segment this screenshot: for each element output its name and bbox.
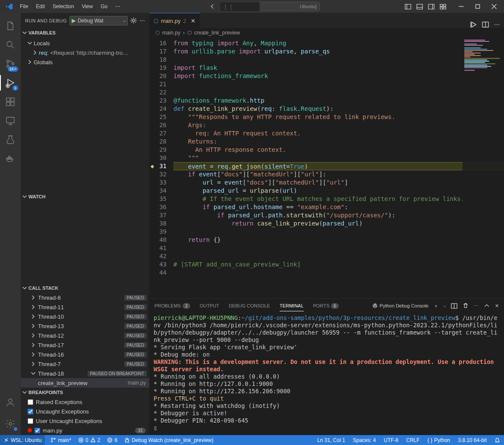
variables-section[interactable]: VARIABLES: [21, 28, 149, 38]
code-line[interactable]: Args:: [173, 121, 504, 129]
code-line[interactable]: return case_link_preview(parsed_url): [173, 219, 504, 228]
code-line[interactable]: An HTTP response context.: [173, 146, 504, 154]
new-terminal-icon[interactable]: ＋: [434, 303, 438, 309]
layout-right-icon[interactable]: [428, 3, 435, 10]
ports-tab[interactable]: PORTS6: [313, 301, 339, 311]
menu-more[interactable]: ⋯: [112, 2, 124, 11]
remote-indicator[interactable]: WSL: Ubuntu: [0, 435, 45, 445]
code-line[interactable]: [173, 228, 504, 236]
code-line[interactable]: from typing import Any, Mapping: [173, 39, 504, 47]
problems-tab[interactable]: PROBLEMS2: [154, 301, 190, 311]
output-tab[interactable]: OUTPUT: [200, 301, 219, 311]
source-control-tab[interactable]: 1K+: [0, 54, 21, 73]
locals-scope[interactable]: Locals: [21, 38, 149, 48]
debug-console-tab[interactable]: DEBUG CONSOLE: [229, 301, 270, 311]
explorer-tab[interactable]: [0, 16, 21, 35]
code-line[interactable]: [173, 269, 504, 277]
code-line[interactable]: # [START add_ons_case_preview_link]: [173, 260, 504, 269]
bp-file[interactable]: main.py31: [21, 426, 149, 435]
problems-status[interactable]: 0 2: [77, 437, 101, 443]
bp-uncaught[interactable]: Uncaught Exceptions: [21, 407, 149, 416]
thread-row[interactable]: Thread-16PAUSED: [21, 350, 149, 359]
code-line[interactable]: [173, 244, 504, 252]
notifications-icon[interactable]: [493, 437, 501, 443]
customize-layout-icon[interactable]: [440, 3, 446, 10]
bp-file-check[interactable]: [35, 428, 40, 433]
layout-bottom-icon[interactable]: [416, 3, 423, 10]
menu-file[interactable]: File: [16, 2, 32, 11]
code-line[interactable]: return {}: [173, 236, 504, 244]
menu-edit[interactable]: Edit: [32, 2, 48, 11]
code-line[interactable]: """: [173, 154, 504, 162]
extensions-tab[interactable]: [0, 92, 21, 111]
maximize-button[interactable]: [469, 0, 486, 13]
settings-tab[interactable]: [0, 414, 21, 433]
code-line[interactable]: @functions_framework.http: [173, 97, 504, 105]
code-line[interactable]: parsed_url = urlparse(url): [173, 187, 504, 195]
bp-user-uncaught[interactable]: User Uncaught Exceptions: [21, 416, 149, 426]
bp-raised[interactable]: Raised Exceptions: [21, 397, 149, 407]
close-tab-icon[interactable]: ✕: [191, 18, 195, 24]
eol[interactable]: CRLF: [405, 437, 421, 443]
code-line[interactable]: import flask: [173, 64, 504, 72]
close-button[interactable]: [486, 0, 502, 13]
terminal-profile[interactable]: Python Debug Console: [372, 303, 428, 309]
variable-req[interactable]: req: <Request 'http://charming-tro…: [21, 48, 149, 57]
split-terminal-icon[interactable]: [451, 303, 457, 309]
globals-scope[interactable]: Globals: [21, 57, 149, 67]
code-line[interactable]: from urllib.parse import urlparse, parse…: [173, 47, 504, 56]
code-line[interactable]: if parsed_url.path.startswith("/support/…: [173, 211, 504, 219]
menu-selection[interactable]: Selection: [49, 2, 77, 11]
nav-back-icon[interactable]: [209, 3, 215, 9]
trash-icon[interactable]: [463, 303, 469, 309]
cursor-position[interactable]: Ln 31, Col 1: [316, 437, 346, 443]
git-branch[interactable]: main*: [49, 437, 72, 443]
code-line[interactable]: [173, 80, 504, 88]
code-line[interactable]: [173, 56, 504, 64]
watch-section[interactable]: WATCH: [21, 192, 149, 201]
thread-row[interactable]: Thread-7PAUSED: [21, 359, 149, 369]
terminal-tab[interactable]: TERMINAL: [280, 301, 304, 311]
testing-tab[interactable]: [0, 130, 21, 149]
breakpoints-section[interactable]: BREAKPOINTS: [21, 388, 149, 397]
code-line[interactable]: import functions_framework: [173, 72, 504, 80]
bp-user-uncaught-check[interactable]: [28, 418, 33, 424]
search-tab[interactable]: [0, 35, 21, 54]
thread-row[interactable]: Thread-11PAUSED: [21, 302, 149, 312]
panel-more-icon[interactable]: ⋯: [474, 303, 479, 309]
code-line[interactable]: if event["docs"]["matchedUrl"]["url"]:: [173, 170, 504, 179]
code-line[interactable]: if parsed_url.hostname == "example.com":: [173, 203, 504, 211]
thread-row[interactable]: Thread-17PAUSED: [21, 340, 149, 350]
debug-config-dropdown[interactable]: ▶ Debug Wat ⌵: [69, 16, 128, 25]
bp-raised-check[interactable]: [28, 399, 33, 405]
drag-handle-icon[interactable]: ⋮⋮: [223, 3, 234, 10]
more-icon[interactable]: ⋯: [139, 17, 145, 24]
code-line[interactable]: Returns:: [173, 138, 504, 146]
thread-row[interactable]: Thread-8PAUSED: [21, 293, 149, 302]
terminal-dropdown-icon[interactable]: ⌵: [444, 304, 446, 308]
layout-left-icon[interactable]: [405, 3, 411, 10]
docker-tab[interactable]: [0, 149, 21, 168]
callstack-section[interactable]: CALL STACK: [21, 283, 149, 293]
indentation[interactable]: Spaces: 4: [352, 437, 377, 443]
run-file-icon[interactable]: [470, 21, 477, 28]
code-line[interactable]: event = req.get_json(silent=True): [173, 162, 504, 170]
chevron-up-icon[interactable]: [484, 303, 490, 309]
code-line[interactable]: [173, 88, 504, 97]
thread-row[interactable]: Thread-18PAUSED ON BREAKPOINT: [21, 369, 149, 378]
debug-tab[interactable]: 1: [0, 73, 21, 92]
debug-status[interactable]: Debug Watch (create_link_preview): [123, 437, 215, 443]
debug-toolbar[interactable]: ⋮⋮: [220, 2, 260, 12]
accounts-tab[interactable]: [0, 393, 21, 412]
split-editor-icon[interactable]: [482, 21, 489, 28]
python-version[interactable]: 3.8.10 64-bit: [457, 437, 488, 443]
tab-main-py[interactable]: ⬡ main.py 2 ✕: [149, 13, 200, 28]
breadcrumbs[interactable]: ⬡ main.py › ⬡ create_link_preview: [149, 28, 504, 38]
thread-row[interactable]: Thread-13PAUSED: [21, 321, 149, 331]
code-line[interactable]: # If the event object URL matches a spec…: [173, 195, 504, 203]
code-line[interactable]: url = event["docs"]["matchedUrl"]["url"]: [173, 179, 504, 187]
language-mode[interactable]: { }Python: [426, 437, 452, 443]
minimize-button[interactable]: [453, 0, 469, 13]
menu-view[interactable]: View: [78, 2, 96, 11]
thread-row[interactable]: Thread-10PAUSED: [21, 312, 149, 321]
